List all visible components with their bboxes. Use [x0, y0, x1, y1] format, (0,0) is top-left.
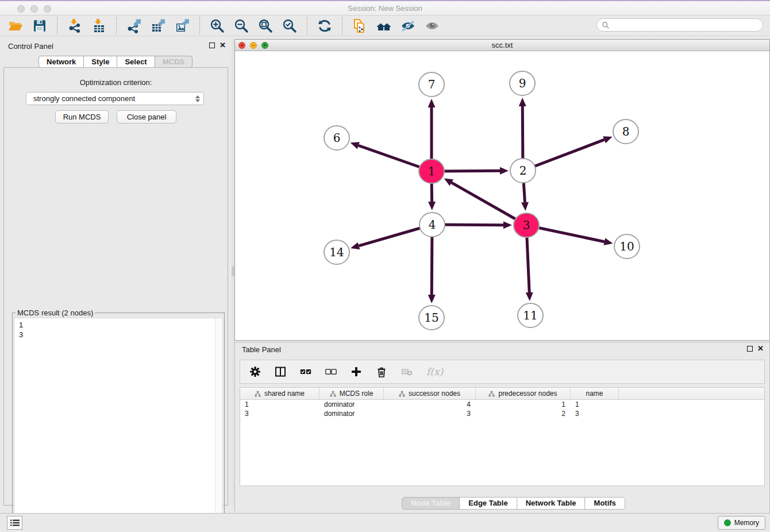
- criterion-value: strongly connected component: [33, 94, 195, 103]
- zoom-in-icon[interactable]: [209, 17, 226, 34]
- arrowhead-2-9: [519, 98, 526, 106]
- arrowhead-2-3: [521, 202, 529, 211]
- copy-style-icon[interactable]: [351, 17, 368, 34]
- table-body: 1dominator4113dominator323: [240, 400, 764, 418]
- window-minimize-icon[interactable]: [30, 5, 38, 13]
- close-panel-icon[interactable]: ✕: [220, 42, 226, 49]
- mcds-result-title: MCDS result (2 nodes): [16, 309, 95, 317]
- node-label-3: 3: [523, 218, 530, 232]
- column-header-MCDS-role[interactable]: MCDS role: [319, 388, 384, 399]
- tab-network-table[interactable]: Network Table: [517, 497, 586, 510]
- add-column-icon[interactable]: [351, 366, 362, 377]
- memory-button[interactable]: Memory: [718, 516, 765, 530]
- close-table-panel-icon[interactable]: ✕: [757, 345, 764, 352]
- zoom-out-icon[interactable]: [233, 17, 250, 34]
- table-cell[interactable]: 1: [571, 400, 619, 409]
- table-cell[interactable]: 3: [240, 409, 319, 418]
- node-label-4: 4: [429, 218, 436, 232]
- show-all-icon[interactable]: [424, 17, 441, 34]
- table-cell[interactable]: 2: [476, 409, 571, 418]
- export-image-icon[interactable]: [174, 17, 191, 34]
- table-cell[interactable]: 4: [384, 400, 476, 409]
- network-window-title: scc.txt: [235, 40, 769, 51]
- column-header-successor-nodes[interactable]: successor nodes: [384, 388, 476, 399]
- network-view-window: × − + scc.txt 7968124314101511: [234, 39, 770, 341]
- zoom-fit-icon[interactable]: [257, 17, 274, 34]
- table-cell[interactable]: 3: [571, 409, 619, 418]
- node-label-14: 14: [329, 245, 344, 259]
- open-session-icon[interactable]: [7, 17, 24, 34]
- close-panel-button[interactable]: Close panel: [117, 110, 176, 124]
- network-canvas[interactable]: 7968124314101511: [235, 51, 769, 340]
- import-network-icon[interactable]: [66, 17, 83, 34]
- network-minimize-icon[interactable]: −: [250, 42, 257, 49]
- export-table-icon[interactable]: [149, 17, 167, 34]
- tab-select[interactable]: Select: [117, 56, 155, 68]
- column-header-predecessor-nodes[interactable]: predecessor nodes: [476, 388, 571, 399]
- table-tabs: Node TableEdge TableNetwork TableMotifs: [402, 497, 625, 510]
- refresh-icon[interactable]: [316, 17, 333, 34]
- network-maximize-icon[interactable]: +: [261, 42, 268, 49]
- mcds-result-lines: 13: [14, 318, 222, 341]
- hide-selected-icon[interactable]: [399, 17, 417, 34]
- node-label-15: 15: [424, 311, 438, 325]
- network-window-titlebar[interactable]: × − + scc.txt: [235, 40, 769, 51]
- table-cell[interactable]: 1: [240, 400, 319, 409]
- tab-edge-table[interactable]: Edge Table: [459, 497, 517, 510]
- arrowhead-3-10: [604, 238, 613, 245]
- function-builder-icon[interactable]: f(x): [426, 366, 443, 377]
- app-titlebar: Session: New Session: [0, 0, 770, 16]
- tab-node-table[interactable]: Node Table: [402, 497, 460, 510]
- table-row[interactable]: 3dominator323: [240, 409, 764, 418]
- tab-style[interactable]: Style: [83, 56, 117, 68]
- main-toolbar: [0, 16, 770, 36]
- node-table[interactable]: shared nameMCDS rolesuccessor nodesprede…: [240, 387, 765, 486]
- table-cell[interactable]: dominator: [319, 409, 384, 418]
- node-label-10: 10: [619, 240, 634, 253]
- table-cell[interactable]: 3: [384, 409, 476, 418]
- node-label-11: 11: [523, 309, 537, 322]
- search-field[interactable]: [610, 20, 763, 30]
- criterion-dropdown[interactable]: strongly connected component: [26, 92, 204, 105]
- tab-mcds[interactable]: MCDS: [155, 56, 192, 68]
- dropdown-arrows-icon: [195, 95, 200, 102]
- export-network-icon[interactable]: [125, 17, 143, 34]
- table-cell[interactable]: 1: [476, 400, 571, 409]
- hierarchy-icon: [330, 391, 336, 397]
- mcds-result-box: MCDS result (2 nodes) 13: [12, 313, 225, 529]
- first-neighbors-icon[interactable]: [375, 17, 392, 34]
- deselect-all-icon[interactable]: [325, 366, 337, 377]
- column-header-name[interactable]: name: [571, 388, 619, 399]
- delete-column-icon[interactable]: [376, 366, 387, 377]
- table-cell[interactable]: dominator: [319, 400, 384, 409]
- tab-network[interactable]: Network: [38, 56, 84, 68]
- table-panel: Table Panel ✕ f(x) shared nameMCDS roles…: [234, 342, 770, 513]
- tab-motifs[interactable]: Motifs: [585, 497, 625, 510]
- task-history-button[interactable]: [7, 516, 22, 530]
- control-panel-tabs: NetworkStyleSelectMCDS: [0, 56, 232, 68]
- delete-table-icon[interactable]: [401, 366, 413, 377]
- import-table-icon[interactable]: [90, 17, 107, 34]
- window-close-icon[interactable]: [17, 5, 25, 13]
- column-layout-icon[interactable]: [275, 366, 286, 377]
- window-zoom-icon[interactable]: [44, 5, 51, 13]
- table-panel-title: Table Panel: [242, 345, 281, 354]
- arrowhead-2-8: [603, 136, 612, 143]
- network-close-icon[interactable]: ×: [238, 42, 245, 49]
- mcds-result-area[interactable]: 13: [14, 318, 223, 527]
- save-session-icon[interactable]: [31, 17, 48, 34]
- arrowhead-1-2: [500, 167, 509, 175]
- settings-icon[interactable]: [249, 366, 261, 377]
- float-panel-icon[interactable]: [209, 43, 215, 48]
- search-input[interactable]: [596, 18, 763, 32]
- select-all-icon[interactable]: [300, 366, 311, 377]
- node-label-9: 9: [519, 76, 526, 90]
- arrowhead-4-15: [428, 295, 436, 303]
- result-scrollbar[interactable]: [215, 318, 222, 527]
- column-header-shared-name[interactable]: shared name: [240, 388, 319, 399]
- table-row[interactable]: 1dominator411: [240, 400, 764, 409]
- run-mcds-button[interactable]: Run MCDS: [55, 110, 109, 124]
- status-bar: Memory: [0, 513, 770, 532]
- zoom-selected-icon[interactable]: [281, 17, 298, 34]
- float-table-panel-icon[interactable]: [747, 346, 753, 352]
